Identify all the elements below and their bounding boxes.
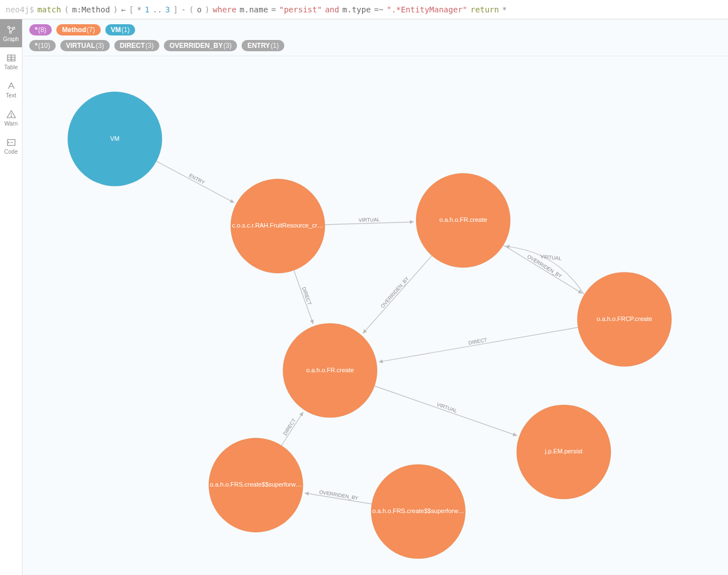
- graph-svg[interactable]: ENTRYVIRTUALDIRECTOVERRIDEN_BYOVERRIDEN_…: [23, 58, 728, 575]
- graph-icon: [6, 25, 16, 35]
- tab-warn[interactable]: Warn: [0, 104, 22, 132]
- node-label: o.a.h.o.FR.create: [306, 367, 354, 373]
- svg-line-5: [8, 28, 10, 32]
- graph-node[interactable]: o.a.h.o.FR.create: [416, 173, 511, 268]
- tab-code[interactable]: Code: [0, 132, 22, 160]
- query-bar[interactable]: neo4j$ match (m:Method) ← [ *1..3] - (o)…: [0, 0, 728, 19]
- graph-edge[interactable]: [374, 386, 517, 435]
- graph-canvas[interactable]: *(8)Method(7)VM(1) *(10)VIRTUAL(3)DIRECT…: [23, 19, 728, 575]
- edge-label: OVERRIDEN_BY: [379, 276, 410, 309]
- node-label: o.a.h.o.FRS.create$$superforw…: [372, 507, 464, 514]
- view-tabs: Graph Table Text Warn Code: [0, 19, 23, 575]
- node-label: c.o.s.c.r.RAH.FruitResource_cr…: [232, 222, 323, 229]
- node-label: VM: [110, 135, 119, 142]
- edge-label: VIRTUAL: [540, 253, 562, 261]
- code-icon: [6, 137, 16, 148]
- edge-label: DIRECT: [301, 286, 312, 306]
- graph-edge[interactable]: [363, 256, 432, 333]
- label-pill[interactable]: VM(1): [105, 24, 136, 35]
- prompt: neo4j$: [6, 5, 34, 14]
- label-pill[interactable]: OVERRIDEN_BY(3): [164, 40, 237, 51]
- label-pill[interactable]: ENTRY(1): [242, 40, 284, 51]
- graph-node[interactable]: o.a.h.o.FR.create: [283, 323, 377, 418]
- tab-text[interactable]: Text: [0, 75, 22, 104]
- node-label: j.p.EM.persist: [544, 448, 582, 454]
- graph-node[interactable]: o.a.h.o.FRS.create$$superforw…: [371, 464, 466, 559]
- node-label: o.a.h.o.FRCP.create: [597, 315, 653, 322]
- edge-label: VIRTUAL: [359, 217, 380, 223]
- graph-edge[interactable]: [503, 245, 582, 293]
- graph-node[interactable]: o.a.h.o.FRCP.create: [577, 272, 672, 367]
- node-label: o.a.h.o.FRS.create$$superforw…: [210, 481, 302, 488]
- tab-table[interactable]: Table: [0, 47, 22, 75]
- kw-match: match: [37, 5, 61, 14]
- text-icon: [6, 81, 16, 91]
- label-pill[interactable]: Method(7): [56, 24, 100, 35]
- tab-graph[interactable]: Graph: [0, 19, 22, 47]
- label-pill[interactable]: DIRECT(3): [114, 40, 159, 51]
- graph-edge[interactable]: [379, 327, 578, 362]
- node-label: o.a.h.o.FR.create: [439, 216, 487, 223]
- kw-where: where: [213, 5, 236, 14]
- label-pill[interactable]: *(8): [29, 24, 52, 35]
- graph-node[interactable]: o.a.h.o.FRS.create$$superforw…: [209, 438, 303, 533]
- svg-line-4: [11, 29, 14, 32]
- edge-label: VIRTUAL: [436, 402, 458, 414]
- edge-label: OVERRIDEN_BY: [319, 489, 359, 501]
- relationship-label-pills: *(10)VIRTUAL(3)DIRECT(3)OVERRIDEN_BY(3)E…: [23, 40, 728, 56]
- table-icon: [6, 53, 16, 63]
- graph-node[interactable]: VM: [68, 92, 162, 186]
- edge-label: ENTRY: [188, 172, 206, 185]
- label-pill[interactable]: VIRTUAL(3): [60, 40, 110, 51]
- svg-point-11: [11, 116, 11, 117]
- label-pill[interactable]: *(10): [29, 40, 56, 51]
- warn-icon: [6, 109, 16, 119]
- graph-node[interactable]: j.p.EM.persist: [516, 405, 611, 500]
- node-label-pills: *(8)Method(7)VM(1): [23, 20, 728, 40]
- graph-edge[interactable]: [157, 161, 234, 203]
- graph-node[interactable]: c.o.s.c.r.RAH.FruitResource_cr…: [231, 179, 325, 274]
